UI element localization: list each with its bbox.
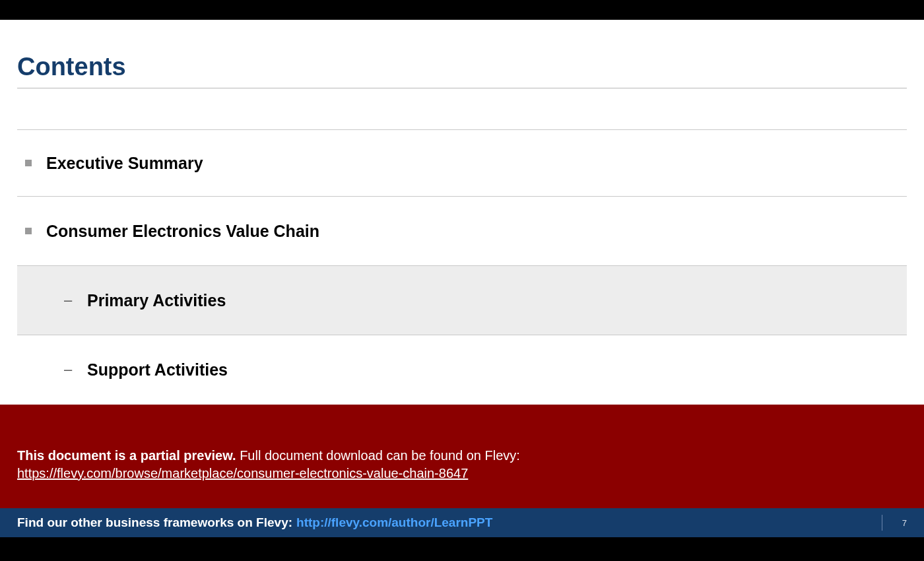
page-number: 7	[902, 518, 907, 528]
toc-subitem-primary-activities: – Primary Activities	[17, 266, 907, 335]
preview-rest: Full document download can be found on F…	[236, 448, 520, 463]
toc-item-label: Support Activities	[87, 360, 228, 380]
toc-subitem-support-activities: – Support Activities	[17, 335, 907, 404]
title-block: Contents	[0, 20, 924, 88]
toc-item-value-chain: Consumer Electronics Value Chain	[17, 197, 907, 265]
square-bullet-icon	[25, 160, 32, 166]
footer-divider	[882, 515, 882, 531]
toc-item-label: Executive Summary	[46, 154, 203, 173]
content-area: Executive Summary Consumer Electronics V…	[0, 88, 924, 404]
footer-link[interactable]: http://flevy.com/author/LearnPPT	[296, 515, 492, 530]
toc-item-label: Consumer Electronics Value Chain	[46, 222, 319, 241]
page-number-wrap: 7	[882, 508, 907, 537]
toc-item-executive-summary: Executive Summary	[17, 130, 907, 196]
square-bullet-icon	[25, 228, 32, 234]
preview-banner: This document is a partial preview. Full…	[0, 405, 924, 508]
dash-bullet-icon: –	[62, 361, 74, 378]
dash-bullet-icon: –	[62, 292, 74, 309]
preview-text-line: This document is a partial preview. Full…	[17, 447, 907, 465]
preview-lead: This document is a partial preview.	[17, 448, 236, 463]
footer-prefix: Find our other business frameworks on Fl…	[17, 515, 292, 530]
slide-title: Contents	[17, 53, 907, 85]
footer-bar: Find our other business frameworks on Fl…	[0, 508, 924, 537]
slide: Contents Executive Summary Consumer Elec…	[0, 20, 924, 508]
toc-item-label: Primary Activities	[87, 291, 226, 310]
preview-link[interactable]: https://flevy.com/browse/marketplace/con…	[17, 465, 907, 482]
